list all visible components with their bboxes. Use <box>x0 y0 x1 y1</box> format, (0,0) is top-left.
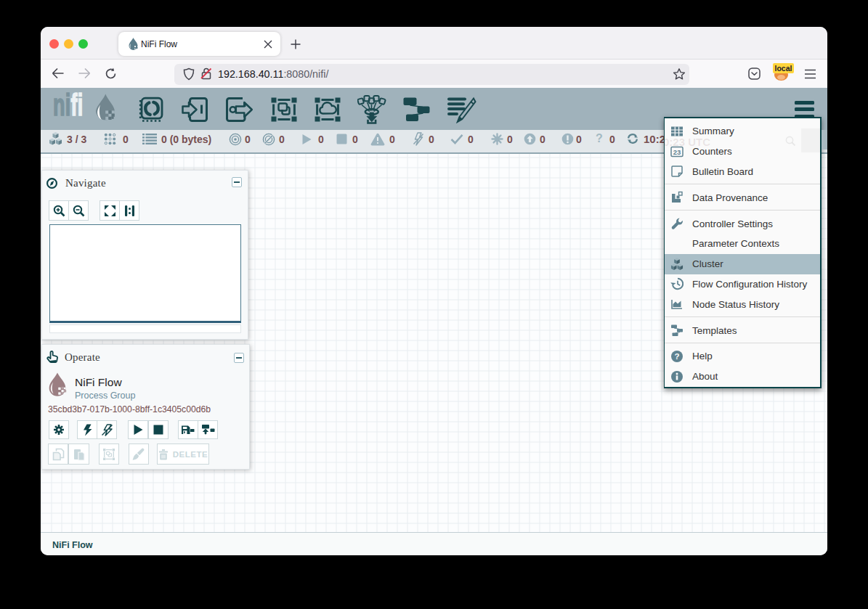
svg-text:?: ? <box>674 352 679 361</box>
svg-text:23: 23 <box>673 148 681 156</box>
